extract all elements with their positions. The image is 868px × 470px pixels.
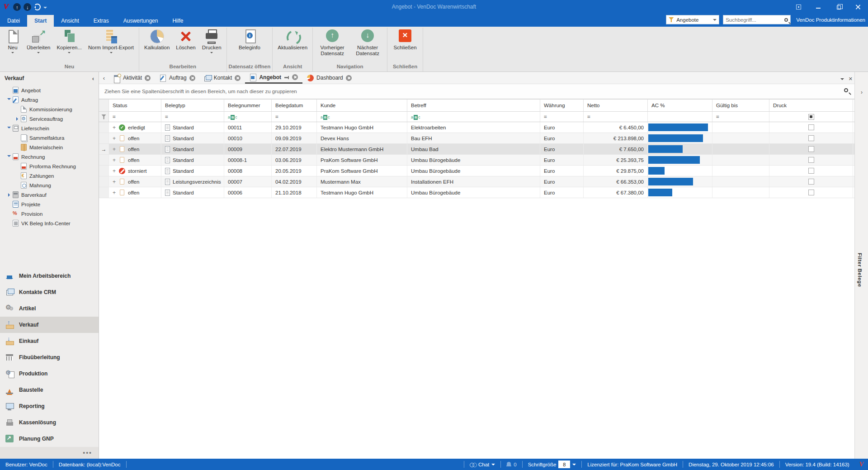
tree-expanded-icon[interactable] (6, 154, 12, 160)
fit-screen-button[interactable] (788, 0, 808, 14)
filter-cell-betreff[interactable]: aBc (407, 112, 540, 122)
row-expand-button[interactable]: + (113, 157, 118, 163)
search-input[interactable] (726, 17, 784, 23)
tab-close-icon[interactable] (145, 75, 151, 81)
tab-dashboard[interactable]: Dashboard (302, 72, 356, 84)
qat-customize-caret-icon[interactable] (43, 7, 47, 10)
sidebar-item-lieferschein[interactable]: Lieferschein (0, 123, 99, 133)
qat-previous-record-icon[interactable]: ↑ (13, 3, 21, 11)
ribbon-kopieren-button[interactable]: Kopieren... (53, 28, 85, 55)
close-button[interactable] (848, 0, 868, 14)
sidebar-item-angebot[interactable]: Angebot (0, 85, 99, 95)
chat-button[interactable]: Chat (464, 461, 500, 468)
column-header-währung[interactable]: Währung (540, 100, 584, 111)
filter-cell-kunde[interactable]: aBc (317, 112, 407, 122)
sidebar-item-projekte[interactable]: Projekte (0, 199, 99, 209)
column-header-gültig-bis[interactable]: Gültig bis (712, 100, 769, 111)
column-header-belegdatum[interactable]: Belegdatum (272, 100, 317, 111)
font-size-value[interactable]: 8 (558, 461, 570, 468)
sidebar-item-mahnung[interactable]: Mahnung (0, 180, 99, 190)
druck-checkbox[interactable] (808, 135, 814, 141)
tree-expanded-icon[interactable] (6, 125, 12, 131)
filter-cell-gültig-bis[interactable]: = (712, 112, 769, 122)
qat-next-record-icon[interactable]: ↓ (24, 3, 31, 11)
tab-list-chevron-icon[interactable] (840, 78, 844, 82)
tab-close-icon[interactable] (189, 75, 195, 81)
table-row[interactable]: +offenLeistungsverzeichnis0000704.02.201… (99, 176, 854, 187)
druck-checkbox[interactable] (808, 124, 814, 130)
filter-cell-belegtyp[interactable]: = (161, 112, 224, 122)
menu-tab-ansicht[interactable]: Ansicht (54, 15, 86, 27)
module-verkauf[interactable]: Verkauf (0, 317, 99, 333)
sidebar-overflow-button[interactable]: ••• (0, 447, 99, 459)
ribbon-nächster-datensatz-button[interactable]: Nächster Datensatz (350, 28, 385, 57)
tab-close-icon[interactable] (235, 75, 241, 81)
druck-filter-checkbox[interactable] (808, 114, 814, 120)
ribbon-schließen-button[interactable]: Schließen (391, 28, 420, 51)
tab-auftrag[interactable]: Auftrag (155, 72, 200, 84)
druck-checkbox[interactable] (808, 190, 814, 195)
rail-expand-chevron-icon[interactable]: › (855, 89, 868, 95)
tab-angebot[interactable]: Angebot (245, 72, 302, 84)
menu-tab-extras[interactable]: Extras (86, 15, 116, 27)
table-row[interactable]: +offenStandard0001009.09.2019Devex HansB… (99, 133, 854, 144)
tab-close-icon[interactable] (292, 74, 298, 80)
ribbon-aktualisieren-button[interactable]: Aktualisieren (274, 28, 311, 51)
filter-funnel-icon[interactable] (101, 114, 106, 119)
menu-tab-auswertungen[interactable]: Auswertungen (116, 15, 165, 27)
module-kassenlösung[interactable]: Kassenlösung (0, 414, 99, 431)
sidebar-item-materialschein[interactable]: Materialschein (0, 142, 99, 152)
sidebar-item-barverkauf[interactable]: Barverkauf (0, 190, 99, 199)
table-row[interactable]: +erledigtStandard0001129.10.2019Testmann… (99, 122, 854, 133)
ribbon-drucken-button[interactable]: Drucken (199, 28, 225, 55)
sidebar-collapse-button[interactable]: ‹ (92, 75, 94, 82)
row-expand-button[interactable]: + (113, 146, 118, 152)
sidebar-item-serviceauftrag[interactable]: Serviceauftrag (0, 114, 99, 123)
module-reporting[interactable]: Reporting (0, 398, 99, 414)
filter-cell-belegnummer[interactable]: aBc (224, 112, 272, 122)
sidebar-item-vk-beleg-info-center[interactable]: VK Beleg Info-Center (0, 218, 99, 228)
row-expand-button[interactable]: + (113, 168, 118, 174)
ribbon-löschen-button[interactable]: Löschen (173, 28, 198, 51)
module-einkauf[interactable]: Einkauf (0, 333, 99, 349)
restore-button[interactable] (828, 0, 848, 14)
sidebar-item-rechnung[interactable]: Rechnung (0, 152, 99, 161)
column-header-netto[interactable]: Netto (584, 100, 648, 111)
view-filter-dropdown[interactable]: Angebote (666, 15, 719, 24)
filter-cell-ac[interactable] (648, 112, 712, 122)
module-baustelle[interactable]: Baustelle (0, 382, 99, 398)
filter-cell-druck[interactable] (769, 112, 853, 122)
sidebar-item-zahlungen[interactable]: Zahlungen (0, 171, 99, 180)
tab-close-all-icon[interactable]: ✕ (849, 76, 853, 82)
sidebar-item-kommissionierung[interactable]: Kommissionierung (0, 104, 99, 114)
grid-search-button[interactable] (844, 88, 848, 92)
tree-collapsed-icon[interactable] (14, 116, 20, 122)
ribbon-vorheriger-datensatz-button[interactable]: Vorheriger Datensatz (315, 28, 350, 57)
table-row[interactable]: +offenStandard0000621.10.2018Testmann Hu… (99, 187, 854, 198)
ribbon-überleiten-button[interactable]: Überleiten (24, 28, 53, 55)
menu-tab-start[interactable]: Start (27, 15, 54, 27)
filter-cell-währung[interactable]: = (540, 112, 584, 122)
column-header-ac[interactable]: AC % (648, 100, 712, 111)
tree-expanded-icon[interactable] (6, 97, 12, 103)
filter-cell-status[interactable]: = (109, 112, 161, 122)
chevron-down-icon[interactable] (572, 464, 576, 467)
column-header-druck[interactable]: Druck (769, 100, 853, 111)
tab-close-icon[interactable] (346, 75, 352, 81)
sidebar-item-proforma-rechnung[interactable]: Proforma Rechnung (0, 161, 99, 171)
group-by-bar[interactable]: Ziehen Sie eine Spaltenüberschrift in di… (99, 84, 854, 99)
module-planung-gnp[interactable]: Planung GNP (0, 431, 99, 447)
ribbon-neu-button[interactable]: Neu (2, 28, 24, 55)
row-expand-button[interactable]: + (113, 179, 118, 185)
module-kontakte-crm[interactable]: Kontakte CRM (0, 284, 99, 300)
search-icon[interactable] (784, 18, 788, 22)
menu-tab-hilfe[interactable]: Hilfe (165, 15, 190, 27)
druck-checkbox[interactable] (808, 179, 814, 185)
sidebar-item-auftrag[interactable]: Auftrag (0, 95, 99, 104)
pin-icon[interactable] (284, 75, 289, 80)
table-row[interactable]: +offenStandard00008-103.06.2019PraKom So… (99, 155, 854, 166)
column-header-kunde[interactable]: Kunde (317, 100, 407, 111)
qat-refresh-icon[interactable] (34, 4, 41, 10)
sidebar-item-sammelfaktura[interactable]: Sammelfaktura (0, 133, 99, 142)
row-expand-button[interactable]: + (113, 190, 118, 196)
